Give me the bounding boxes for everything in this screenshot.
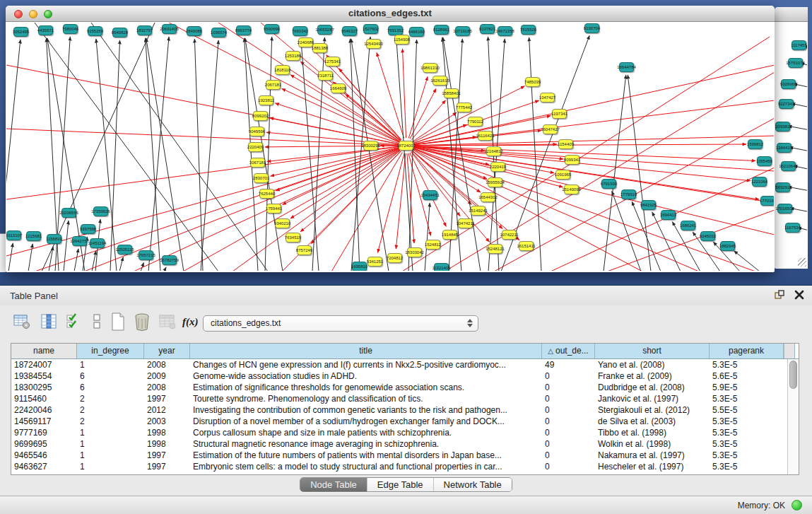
graph-node[interactable]: 1055456 (757, 156, 772, 166)
graph-node[interactable]: 1832797 (137, 25, 152, 35)
graph-node[interactable]: 1154908 (394, 35, 409, 45)
graph-node[interactable]: 10474211 (458, 218, 473, 228)
graph-node[interactable]: 9546327 (342, 26, 357, 36)
graph-node[interactable]: 1914845 (442, 230, 457, 240)
graph-node[interactable]: 1036574 (211, 28, 226, 37)
graph-node[interactable]: 16151411 (519, 241, 534, 251)
graph-node[interactable]: 1117455 (792, 40, 806, 50)
graph-node[interactable]: 1599812 (748, 139, 763, 149)
table-row[interactable]: 1456911722003Disruption of a novel membe… (11, 416, 784, 427)
graph-node[interactable]: 11321405 (434, 263, 449, 271)
column-header-name[interactable]: name (11, 344, 77, 358)
graph-node[interactable]: 9397588 (81, 224, 95, 234)
graph-node[interactable]: 15692921 (775, 182, 790, 192)
tab-node-table[interactable]: Node Table (300, 478, 367, 491)
graph-node[interactable]: 15751074 (788, 58, 803, 68)
graph-node[interactable]: 1923811 (259, 95, 273, 105)
table-row[interactable]: 977716911998Corpus callosum shape and si… (11, 427, 784, 438)
graph-node[interactable]: 20206556 (61, 208, 76, 218)
graph-node[interactable]: 12505115 (117, 245, 132, 255)
graph-node[interactable]: 1167534 (785, 223, 800, 233)
graph-node[interactable]: 2830701 (254, 173, 269, 183)
graph-node[interactable]: 7625440 (259, 189, 274, 199)
column-header-year[interactable]: year (144, 344, 190, 358)
graph-node[interactable]: 16782759 (162, 255, 177, 265)
graph-node[interactable]: 1686241 (681, 221, 695, 230)
graph-node[interactable]: 7775442 (457, 103, 471, 112)
resize-grip-icon[interactable] (798, 258, 806, 267)
graph-node[interactable]: 6791930 (601, 179, 616, 189)
graph-node[interactable]: 9049596 (249, 127, 264, 136)
graph-node[interactable]: 18300295 (363, 141, 378, 151)
graph-node[interactable]: 12543493 (366, 39, 381, 49)
table-vertical-scrollbar[interactable] (787, 359, 799, 474)
graph-node[interactable]: 7204812 (387, 253, 402, 263)
graph-node[interactable]: 6466160 (409, 27, 424, 37)
graph-node[interactable]: 7691352 (388, 25, 403, 35)
graph-node[interactable]: 7790112 (468, 117, 483, 127)
table-row[interactable]: 1938455462009Genome-wide association stu… (11, 370, 784, 382)
select-all-columns-icon[interactable] (65, 313, 83, 331)
graph-node[interactable]: 17957215 (139, 250, 153, 260)
graph-node[interactable]: 9245032 (700, 231, 715, 241)
table-row[interactable]: 969969511998Structural magnetic resonanc… (11, 438, 784, 450)
graph-node[interactable]: 3052495 (13, 27, 28, 37)
graph-node[interactable]: 9341251 (367, 257, 382, 267)
graph-node[interactable]: 1759441 (266, 204, 281, 214)
graph-node[interactable]: 1818110 (275, 65, 290, 75)
graph-node[interactable]: 11451194 (90, 238, 105, 248)
graph-node[interactable]: 2318711 (318, 71, 333, 81)
graph-node[interactable]: 9590696 (264, 24, 279, 34)
column-header-title[interactable]: title (190, 344, 542, 358)
network-canvas[interactable]: 1872400718300295305249544355717580046915… (6, 23, 774, 271)
graph-node[interactable]: 3913107 (6, 230, 21, 240)
graph-node[interactable]: 1524812 (425, 240, 440, 250)
background-network-canvas[interactable]: 1117455157510749329966922734312093822124… (775, 22, 807, 268)
graph-node[interactable]: 13942757 (72, 236, 87, 246)
network-view-window[interactable]: citations_edges.txt 18724007183002953052… (6, 6, 775, 272)
graph-node[interactable]: 15858401 (444, 88, 459, 98)
graph-node[interactable]: 1664609 (331, 83, 346, 93)
graph-node[interactable]: 15434451 (423, 190, 437, 200)
graph-node[interactable]: 16210643 (781, 161, 796, 171)
graph-node[interactable]: 1156819 (47, 234, 61, 244)
graph-node[interactable]: 9227343 (779, 99, 794, 109)
float-panel-icon[interactable] (774, 289, 785, 300)
graph-node[interactable]: 9340210 (275, 218, 290, 228)
graph-node[interactable]: 10653287 (317, 25, 332, 35)
graph-node[interactable]: 8099202 (253, 111, 268, 121)
graph-node[interactable]: 19861310 (423, 63, 437, 73)
graph-node[interactable]: 9329966 (781, 79, 796, 89)
graph-node[interactable]: 10742211 (502, 230, 517, 240)
graph-node[interactable]: 8640828 (112, 28, 127, 37)
function-builder-icon[interactable]: f(x) (181, 313, 199, 331)
graph-node[interactable]: 2067181 (266, 80, 281, 90)
graph-node[interactable]: 18303042 (407, 247, 422, 257)
table-row[interactable]: 1830029562008Estimation of significance … (11, 382, 784, 393)
graph-node[interactable]: 1694413 (661, 210, 676, 220)
graph-node[interactable]: 16544302 (481, 192, 495, 202)
graph-node[interactable]: 16261615 (433, 76, 447, 86)
graph-node[interactable]: 1091965 (555, 170, 570, 180)
column-header-pagerank[interactable]: pagerank (710, 344, 784, 358)
graph-node[interactable]: 8137821 (480, 24, 495, 34)
graph-node[interactable]: 17016504 (777, 204, 792, 214)
background-network-window[interactable]: 1117455157510749329966922734312093822124… (775, 7, 808, 269)
graph-node[interactable]: 17359926 (93, 206, 108, 216)
graph-node[interactable]: 8963774 (236, 25, 251, 35)
graph-node[interactable]: 1779919 (621, 189, 636, 199)
create-table-icon[interactable] (109, 313, 127, 331)
graph-node[interactable]: 10719185 (455, 26, 470, 36)
graph-node[interactable]: 15149241 (471, 206, 486, 216)
graph-node[interactable]: 2220419 (490, 162, 505, 172)
graph-node[interactable]: 4435571 (38, 25, 53, 35)
graph-node[interactable]: 7634519 (286, 233, 300, 243)
graph-node[interactable]: 16644784 (619, 62, 634, 72)
show-columns-icon[interactable] (40, 313, 58, 331)
graph-node[interactable]: 7693342 (293, 26, 307, 36)
graph-node[interactable]: 8757249 (297, 245, 312, 255)
graph-node[interactable]: 12164812 (486, 146, 501, 156)
row-options-icon[interactable] (88, 313, 106, 331)
graph-node[interactable]: 18724007 (399, 141, 413, 151)
graph-node[interactable]: 1154409 (558, 139, 573, 149)
